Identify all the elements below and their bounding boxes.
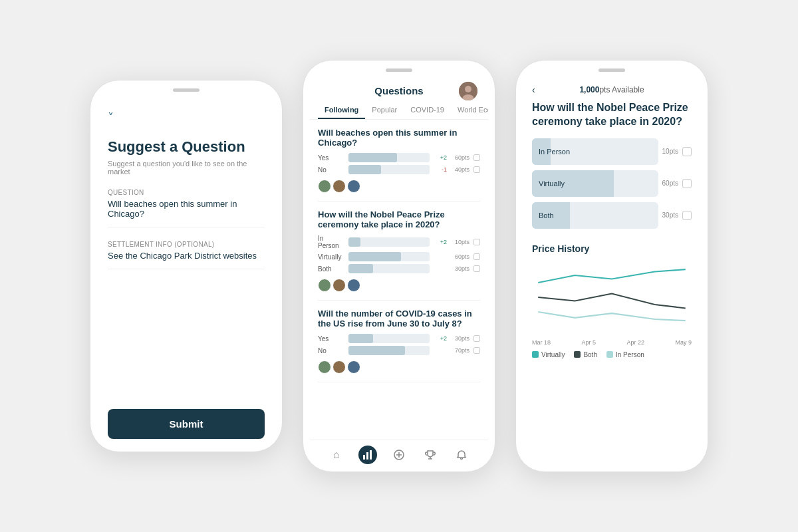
legend-virtually: Virtually bbox=[532, 351, 565, 358]
participant-avatar bbox=[318, 360, 331, 374]
option-pts: 10pts bbox=[662, 148, 678, 155]
option-label: In Person bbox=[318, 235, 344, 249]
option-pts: 30pts bbox=[451, 335, 469, 342]
back-button[interactable]: ‹ bbox=[532, 84, 535, 95]
option-bar bbox=[348, 264, 430, 273]
legend-dot-inperson bbox=[606, 351, 613, 358]
option-label: Both bbox=[532, 211, 554, 219]
pts-available: 1,000pts Available bbox=[579, 85, 644, 94]
screen2-header: Questions bbox=[310, 77, 488, 102]
participant-avatar bbox=[318, 180, 331, 193]
phone-3: ‹ 1,000pts Available How will the Nobel … bbox=[515, 60, 708, 472]
option-pts: 60pts bbox=[451, 154, 469, 161]
option-delta: +2 bbox=[434, 154, 447, 161]
option-label: Both bbox=[318, 265, 344, 273]
option-pts: 40pts bbox=[451, 166, 469, 173]
participant-avatar bbox=[332, 180, 346, 193]
option-bar-container[interactable]: Both bbox=[532, 202, 658, 229]
feed-question-2: How will the Nobel Peace Prize ceremony … bbox=[318, 201, 480, 301]
option-both: Both 30pts bbox=[532, 202, 692, 229]
chart-label-4: May 9 bbox=[675, 339, 692, 346]
feed-avatars bbox=[318, 180, 480, 193]
tab-bar: Following Popular COVID-19 World Economi… bbox=[310, 102, 488, 120]
legend-both: Both bbox=[574, 351, 597, 358]
nav-home-icon[interactable]: ⌂ bbox=[327, 446, 346, 464]
tab-covid[interactable]: COVID-19 bbox=[404, 102, 451, 119]
option-checkbox[interactable] bbox=[682, 211, 692, 220]
participant-avatar bbox=[318, 279, 331, 292]
option-delta: +2 bbox=[434, 335, 447, 342]
option-checkbox[interactable] bbox=[682, 179, 692, 188]
option-label: Virtually bbox=[532, 180, 565, 188]
screen3-question: How will the Nobel Peace Prize ceremony … bbox=[532, 101, 692, 129]
tab-following[interactable]: Following bbox=[318, 102, 365, 119]
phone-1: ˅ Suggest a Question Suggest a question … bbox=[90, 80, 283, 452]
svg-point-1 bbox=[465, 86, 471, 92]
question-1-title: Will beaches open this summer in Chicago… bbox=[318, 128, 480, 148]
avatar[interactable] bbox=[459, 82, 477, 100]
option-pts: 30pts bbox=[451, 265, 469, 272]
option-pts: 30pts bbox=[662, 211, 678, 219]
option-pts: 60pts bbox=[451, 253, 469, 260]
option-bar bbox=[348, 252, 430, 261]
option-row: Virtually 60pts bbox=[318, 252, 480, 261]
option-bar bbox=[348, 153, 430, 162]
nav-chart-icon[interactable] bbox=[358, 446, 377, 464]
option-checkbox[interactable] bbox=[473, 154, 480, 161]
option-checkbox[interactable] bbox=[682, 147, 692, 156]
legend-label-both: Both bbox=[583, 351, 597, 358]
option-row: In Person +2 10pts bbox=[318, 235, 480, 249]
nav-trophy-icon[interactable] bbox=[421, 446, 440, 464]
question-label: Question bbox=[108, 189, 265, 196]
nav-add-icon[interactable] bbox=[390, 446, 408, 464]
question-3-title: Will the number of COVID-19 cases in the… bbox=[318, 309, 480, 329]
phone-2: Questions Following Popular COVID-19 Wor… bbox=[303, 60, 495, 472]
svg-rect-5 bbox=[370, 450, 372, 460]
feed-content: Will beaches open this summer in Chicago… bbox=[310, 120, 488, 440]
screen3-header: ‹ 1,000pts Available bbox=[532, 85, 692, 94]
nav-bell-icon[interactable] bbox=[452, 446, 471, 464]
screen1-title: Suggest a Question bbox=[108, 138, 265, 156]
legend-label-virtually: Virtually bbox=[541, 351, 565, 358]
option-delta: +2 bbox=[434, 239, 447, 245]
screen2-title: Questions bbox=[374, 85, 423, 96]
participant-avatar bbox=[347, 360, 360, 374]
participant-avatar bbox=[332, 279, 346, 292]
option-checkbox[interactable] bbox=[473, 335, 480, 342]
legend-dot-virtually bbox=[532, 351, 539, 358]
option-checkbox[interactable] bbox=[473, 239, 480, 245]
option-checkbox[interactable] bbox=[473, 265, 480, 272]
chart-legend: Virtually Both In Person bbox=[532, 351, 692, 358]
option-label: No bbox=[318, 347, 344, 354]
option-bar-container[interactable]: Virtually bbox=[532, 170, 658, 197]
option-pts: 10pts bbox=[451, 239, 469, 245]
option-checkbox[interactable] bbox=[473, 253, 480, 260]
bottom-nav: ⌂ bbox=[310, 440, 488, 469]
settlement-value: See the Chicago Park District websites bbox=[108, 251, 265, 269]
option-label: No bbox=[318, 166, 344, 174]
chart-labels: Mar 18 Apr 5 Apr 22 May 9 bbox=[532, 339, 692, 346]
svg-rect-4 bbox=[366, 452, 368, 460]
option-row: Yes +2 60pts bbox=[318, 153, 480, 162]
price-history-title: Price History bbox=[532, 243, 692, 254]
option-checkbox[interactable] bbox=[473, 166, 480, 173]
tab-world[interactable]: World Economics bbox=[451, 102, 488, 119]
tab-popular[interactable]: Popular bbox=[365, 102, 404, 119]
option-pts: 60pts bbox=[662, 180, 678, 187]
back-arrow-icon[interactable]: ˅ bbox=[108, 110, 265, 125]
participant-avatar bbox=[332, 360, 346, 374]
option-in-person: In Person 10pts bbox=[532, 138, 692, 165]
option-bar bbox=[348, 334, 430, 343]
option-row: No 70pts bbox=[318, 346, 480, 355]
option-label: Yes bbox=[318, 154, 344, 162]
option-checkbox[interactable] bbox=[473, 347, 480, 354]
feed-question-1: Will beaches open this summer in Chicago… bbox=[318, 120, 480, 201]
question-2-title: How will the Nobel Peace Prize ceremony … bbox=[318, 209, 480, 229]
app-container: ˅ Suggest a Question Suggest a question … bbox=[63, 33, 735, 499]
option-label: Yes bbox=[318, 335, 344, 342]
submit-button[interactable]: Submit bbox=[108, 409, 265, 439]
pts-number: 1,000 bbox=[579, 85, 599, 94]
feed-avatars bbox=[318, 360, 480, 374]
option-bar-container[interactable]: In Person bbox=[532, 138, 658, 165]
chart-label-1: Mar 18 bbox=[532, 339, 551, 346]
